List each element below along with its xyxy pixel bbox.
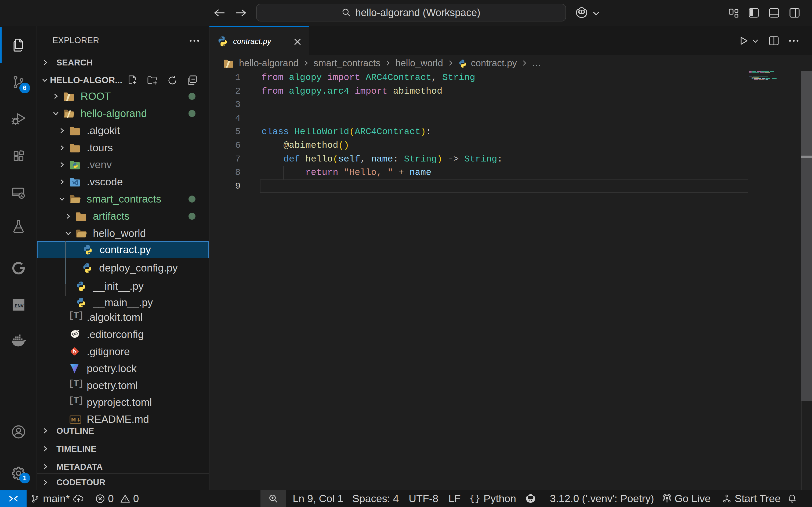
svg-text:.ENV: .ENV bbox=[13, 304, 23, 308]
